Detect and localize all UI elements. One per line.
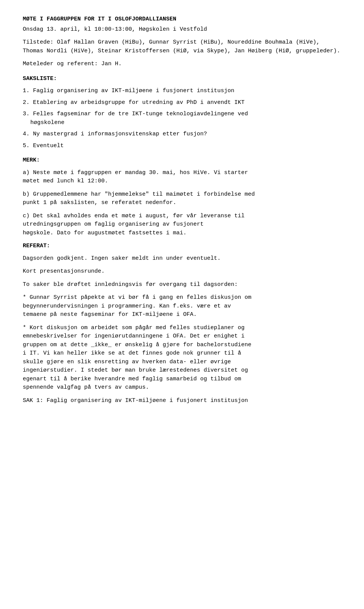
document-title: MØTE I FAGGRUPPEN FOR IT I OSLOFJORDALLI… xyxy=(23,15,341,24)
merk-b-line2: punkt 1 på sakslisten, se referatet nede… xyxy=(23,199,341,207)
merk-c: c) Det skal avholdes enda et møte i augu… xyxy=(23,212,341,238)
saksliste-heading: SAKSLISTE: xyxy=(23,75,341,83)
merk-a-line2: møtet med lunch kl 12:00. xyxy=(23,177,341,186)
bullet-1: * Gunnar Syrrist påpekte at vi bør få i … xyxy=(23,294,341,319)
bullet-2-line4: i IT. Vi kan heller ikke se at det finne… xyxy=(23,349,341,358)
document: MØTE I FAGGRUPPEN FOR IT I OSLOFJORDALLI… xyxy=(23,15,341,405)
bullet-2-line8: spennende valgfag på tvers av campus. xyxy=(23,383,341,392)
document-subtitle: Onsdag 13. april, kl 10:00-13:00, Høgsko… xyxy=(23,25,341,34)
bullet-2-line1: * Kort diskusjon om arbeidet som pågår m… xyxy=(23,324,341,333)
sak-3-line1: 3. Felles fagseminar for de tre IKT-tung… xyxy=(23,110,341,119)
bullet-2-line3: gruppen om at dette _ikke_ er ønskelig å… xyxy=(23,341,341,350)
bullet-2-line6: ingeniørstudier. I stedet bør man bruke … xyxy=(23,366,341,375)
sak-4: 4. Ny mastergrad i informasjonsvitenskap… xyxy=(23,130,341,139)
bullet-1-line2: begynnerundervisningen i programmering. … xyxy=(23,302,341,311)
sak-3-line2: høgskolene xyxy=(23,119,341,127)
bullet-2: * Kort diskusjon om arbeidet som pågår m… xyxy=(23,324,341,392)
merk-a: a) Neste møte i faggruppen er mandag 30.… xyxy=(23,169,341,186)
bullet-2-line7: egenart til å berike hverandre med fagli… xyxy=(23,375,341,384)
merk-b: b) Gruppemedlemmene har "hjemmelekse" ti… xyxy=(23,190,341,207)
referat-p1: Dagsorden godkjent. Ingen saker meldt in… xyxy=(23,254,341,263)
sak-1: 1. Faglig organisering av IKT-miljøene i… xyxy=(23,87,341,96)
referat-p3: To saker ble drøftet innledningsvis før … xyxy=(23,281,341,289)
merk-heading: MERK: xyxy=(23,156,341,165)
attendees-text: Olaf Hallan Graven (HiBu), Gunnar Syrris… xyxy=(23,39,340,54)
sak1-heading: SAK 1: Faglig organisering av IKT-miljøe… xyxy=(23,397,341,405)
bullet-2-line2: emnebeskrivelser for ingeniørutdanningen… xyxy=(23,332,341,341)
merk-c-line1: c) Det skal avholdes enda et møte i augu… xyxy=(23,212,341,221)
attendees-label: Tilstede: xyxy=(23,39,53,46)
bullet-1-line3: temaene på neste fagseminar for IKT-milj… xyxy=(23,311,341,319)
merk-b-line1: b) Gruppemedlemmene har "hjemmelekse" ti… xyxy=(23,190,341,199)
referat-p2: Kort presentasjonsrunde. xyxy=(23,267,341,276)
bullet-2-line5: skulle gjøre en slik ensretting av hverk… xyxy=(23,358,341,367)
merk-a-line1: a) Neste møte i faggruppen er mandag 30.… xyxy=(23,169,341,177)
merk-c-line2: utredningsgruppen om faglig organisering… xyxy=(23,220,341,229)
meeting-leader: Møteleder og referent: Jan H. xyxy=(23,60,341,69)
sak-2: 2. Etablering av arbeidsgruppe for utred… xyxy=(23,99,341,107)
merk-c-line3: høgskole. Dato for augustmøtet fastsette… xyxy=(23,229,341,238)
bullet-1-line1: * Gunnar Syrrist påpekte at vi bør få i … xyxy=(23,294,341,302)
referat-heading: REFERAT: xyxy=(23,242,341,251)
attendees-paragraph: Tilstede: Olaf Hallan Graven (HiBu), Gun… xyxy=(23,38,341,55)
sak-5: 5. Eventuelt xyxy=(23,142,341,151)
